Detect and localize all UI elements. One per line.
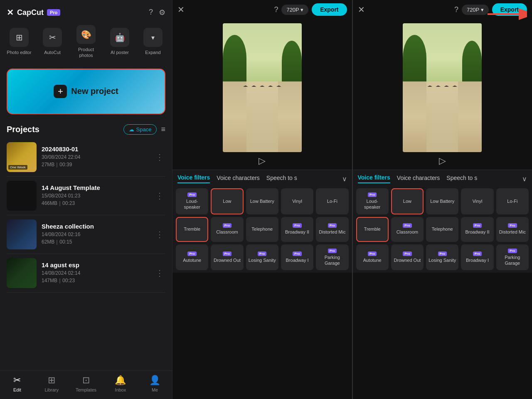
project-item[interactable]: 14 agust esp 14/08/2024 02:14 147MB｜00:2… — [7, 254, 165, 293]
filter-name: Telephone — [432, 226, 453, 232]
filter-broadway1-left[interactable]: Pro Broadway I — [281, 244, 313, 271]
bird — [427, 86, 432, 88]
nav-library[interactable]: ⊞ Library — [34, 375, 69, 392]
left-panel: ✕ CapCut Pro ? ⚙ ⊞ Photo editor ✂ AutoCu… — [0, 0, 172, 399]
nav-templates[interactable]: ⊡ Templates — [69, 375, 103, 392]
filter-name: Tremble — [364, 226, 381, 232]
filter-tremble-left[interactable]: Tremble — [176, 217, 208, 242]
filter-name: Parking Garage — [318, 254, 346, 266]
filter-distorted-mic-left[interactable]: Pro Distorted Mic — [316, 217, 348, 242]
filter-name: Classroom — [216, 229, 238, 235]
filter-telephone-left[interactable]: Telephone — [246, 217, 278, 242]
more-icon[interactable]: ⋮ — [154, 150, 165, 164]
filter-loud-speaker-right[interactable]: Pro Loud-speaker — [356, 188, 389, 214]
video-sky-right — [403, 23, 482, 81]
pro-label: Pro — [258, 251, 266, 256]
filter-broadway2-right[interactable]: Pro Broadway II — [461, 217, 493, 242]
filter-drowned-out-right[interactable]: Pro Drowned Out — [391, 244, 424, 271]
help-icon-left[interactable]: ? — [274, 5, 278, 14]
filter-parking-garage-right[interactable]: Pro Parking Garage — [496, 244, 529, 271]
nav-inbox[interactable]: 🔔 Inbox — [103, 375, 138, 392]
voice-characters-tab-right[interactable]: Voice characters — [397, 175, 440, 183]
filter-low-left[interactable]: Low — [211, 188, 243, 214]
filter-autotune-left[interactable]: Pro Autotune — [176, 244, 208, 271]
export-button-left[interactable]: Export — [312, 3, 347, 16]
filter-vinyl-left[interactable]: Vinyl — [281, 188, 313, 214]
tool-ai-poster[interactable]: 🤖 AI poster — [107, 28, 132, 55]
filter-broadway1-right[interactable]: Pro Broadway I — [461, 244, 493, 271]
close-button-right[interactable]: ✕ — [358, 5, 365, 15]
sort-icon[interactable]: ≡ — [161, 125, 165, 134]
projects-header: Projects ☁ Space ≡ — [0, 118, 172, 138]
new-project-button[interactable]: + New project — [7, 69, 165, 114]
me-label: Me — [152, 387, 158, 392]
filter-low-right[interactable]: Low — [391, 188, 424, 214]
tool-photo-editor[interactable]: ⊞ Photo editor — [7, 28, 32, 55]
space-button[interactable]: ☁ Space — [123, 124, 157, 135]
tool-product-photos[interactable]: 🎨 Product photos — [73, 25, 99, 59]
resolution-button-right[interactable]: 720P ▾ — [462, 5, 489, 15]
tool-expand[interactable]: ▾ Expand — [140, 28, 165, 55]
project-item[interactable]: 14 August Template 15/08/2024 01:23 466M… — [7, 177, 165, 215]
filter-telephone-right[interactable]: Telephone — [426, 217, 458, 242]
filter-loud-speaker-left[interactable]: Pro Loud-speaker — [176, 188, 208, 214]
nav-me[interactable]: 👤 Me — [138, 375, 172, 392]
filter-lofi-right[interactable]: Lo-Fi — [496, 188, 529, 214]
filter-losing-sanity-left[interactable]: Pro Losing Sanity — [246, 244, 278, 271]
new-project-section: + New project — [0, 64, 172, 118]
settings-icon[interactable]: ⚙ — [159, 8, 165, 17]
filter-autotune-right[interactable]: Pro Autotune — [356, 244, 389, 271]
filter-classroom-left[interactable]: Pro Classroom — [211, 217, 243, 242]
more-icon[interactable]: ⋮ — [154, 189, 165, 202]
video-thumbnail-left — [223, 23, 302, 152]
filter-broadway2-left[interactable]: Pro Broadway II — [281, 217, 313, 242]
dropdown-icon-right[interactable]: ∨ — [522, 175, 527, 183]
voice-filters-bar-right: Voice filters Voice characters Speech to… — [353, 170, 532, 186]
bird — [452, 86, 457, 88]
project-date: 14/08/2024 02:14 — [42, 270, 149, 276]
help-icon[interactable]: ? — [149, 8, 153, 17]
pro-label: Pro — [187, 192, 196, 197]
dropdown-icon-left[interactable]: ∨ — [342, 175, 347, 183]
nav-edit[interactable]: ✂ Edit — [0, 375, 34, 392]
filter-low-battery-right[interactable]: Low Battery — [426, 188, 458, 214]
filter-classroom-right[interactable]: Pro Classroom — [391, 217, 424, 242]
project-date: 30/08/2024 22:04 — [42, 154, 149, 160]
filter-distorted-mic-right[interactable]: Pro Distorted Mic — [496, 217, 529, 242]
filter-name: Low — [223, 198, 231, 204]
project-item[interactable]: Sheeza collection 14/08/2024 02:16 62MB｜… — [7, 215, 165, 254]
tree-right — [282, 41, 302, 81]
filter-parking-garage-left[interactable]: Pro Parking Garage — [316, 244, 348, 271]
voice-filters-tab-right[interactable]: Voice filters — [358, 174, 390, 183]
tool-autocut[interactable]: ✂ AutoCut — [40, 28, 65, 55]
ai-poster-label: AI poster — [111, 49, 129, 55]
project-item[interactable]: One Week 20240830-01 30/08/2024 22:04 27… — [7, 138, 165, 177]
play-button-right[interactable]: ▷ — [439, 155, 446, 166]
pro-badge: Pro — [47, 9, 60, 16]
filter-tremble-right[interactable]: Tremble — [356, 217, 389, 242]
speech-to-text-tab-right[interactable]: Speech to s — [446, 175, 477, 183]
play-button-left[interactable]: ▷ — [259, 155, 266, 166]
filter-lofi-left[interactable]: Lo-Fi — [316, 188, 348, 214]
filter-vinyl-right[interactable]: Vinyl — [461, 188, 493, 214]
bird — [276, 86, 281, 88]
filter-drowned-out-left[interactable]: Pro Drowned Out — [211, 244, 243, 271]
pro-label: Pro — [223, 251, 232, 256]
pro-label: Pro — [293, 251, 301, 256]
close-button-left[interactable]: ✕ — [177, 5, 185, 15]
help-icon-right[interactable]: ? — [454, 5, 458, 14]
voice-filters-bar-left: Voice filters Voice characters Speech to… — [172, 170, 352, 186]
speech-to-text-tab-left[interactable]: Speech to s — [266, 175, 297, 183]
voice-characters-tab-left[interactable]: Voice characters — [217, 175, 260, 183]
filter-losing-sanity-right[interactable]: Pro Losing Sanity — [426, 244, 458, 271]
more-icon[interactable]: ⋮ — [154, 266, 165, 280]
project-name: 20240830-01 — [42, 145, 149, 153]
pro-label: Pro — [508, 223, 517, 228]
filter-name: Autotune — [183, 257, 201, 263]
filter-low-battery-left[interactable]: Low Battery — [246, 188, 278, 214]
filter-name: Broadway I — [286, 257, 309, 263]
play-bar-left: ▷ — [172, 152, 352, 170]
resolution-button-left[interactable]: 720P ▾ — [281, 5, 308, 15]
more-icon[interactable]: ⋮ — [154, 228, 165, 241]
voice-filters-tab-left[interactable]: Voice filters — [177, 174, 210, 183]
